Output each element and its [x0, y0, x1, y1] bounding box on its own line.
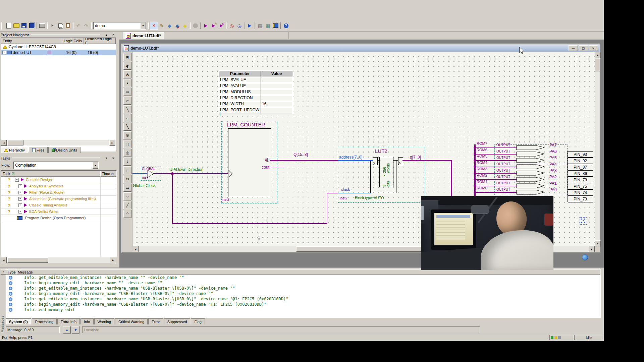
- wire-clock-branch-vertical[interactable]: [172, 174, 173, 224]
- tab-warning[interactable]: Warning: [94, 318, 115, 324]
- zoom-tool[interactable]: ⊙: [123, 131, 131, 139]
- orthogonal-bus-tool[interactable]: ⌐: [123, 114, 131, 122]
- message-row[interactable]: iInfo: end_memory_edit: [6, 307, 600, 312]
- oval-tool[interactable]: ○: [123, 192, 131, 200]
- bus-lut-output[interactable]: [402, 160, 451, 161]
- expand-icon[interactable]: +: [18, 203, 22, 207]
- navigator-pin-button[interactable]: ▲: [102, 33, 111, 38]
- pin-assignment-box[interactable]: PIN_73: [568, 196, 593, 202]
- flow-dropdown-button[interactable]: ▼: [93, 162, 98, 169]
- wire-clock-to-lut[interactable]: [327, 193, 338, 193]
- task-row-classic-timing[interactable]: ? + Classic Timing Analysis: [1, 202, 116, 208]
- task-row-compile-design[interactable]: ? − Compile Design: [1, 177, 116, 183]
- scroll-thumb[interactable]: [595, 59, 600, 71]
- redo-button[interactable]: ↷: [82, 22, 90, 29]
- message-row[interactable]: iInfo: begin_memory_edit -hardware_name …: [6, 291, 600, 296]
- save-button[interactable]: [20, 22, 28, 29]
- close-button[interactable]: ✕: [589, 45, 598, 51]
- wire-cout[interactable]: [270, 167, 284, 167]
- pin-assignment-box[interactable]: PIN_86: [568, 170, 593, 177]
- help-button[interactable]: ?: [282, 22, 290, 29]
- pin-assignment-box[interactable]: PIN_79: [568, 177, 593, 183]
- diagonal-node-tool[interactable]: ╲: [123, 105, 131, 113]
- output-pin-symbol[interactable]: [516, 152, 545, 157]
- expand-icon[interactable]: +: [18, 191, 22, 194]
- task-row-assembler[interactable]: ? + Assembler (Generate programming file…: [1, 196, 116, 202]
- tab-design-units[interactable]: Design Units: [48, 147, 80, 153]
- message-row[interactable]: iInfo: get_editable_mem_instances -hardw…: [6, 275, 600, 280]
- tab-files[interactable]: Files: [29, 147, 48, 153]
- parameter-table[interactable]: Parameter Value LPM_SVALUE LPM_AVALUE LP…: [219, 71, 293, 114]
- classic-timing-analysis-button[interactable]: ◷: [228, 22, 235, 29]
- previous-message-button[interactable]: ▲: [63, 326, 71, 334]
- scroll-left-button[interactable]: ◄: [1, 140, 7, 146]
- pin-assignment-box[interactable]: PIN_93: [568, 151, 593, 158]
- block-tool[interactable]: ▭: [123, 88, 131, 96]
- copy-button[interactable]: [56, 22, 64, 29]
- start-compilation-button[interactable]: [202, 22, 210, 29]
- editor-window-titlebar[interactable]: demo-LUT.bdf* — ▢ ✕: [122, 45, 599, 52]
- column-header-logic-cells[interactable]: Logic Cells: [62, 38, 84, 44]
- pin-planner-button[interactable]: ◆: [173, 22, 181, 29]
- tab-system[interactable]: System (9): [6, 318, 31, 324]
- cut-button[interactable]: ✂: [49, 22, 56, 29]
- scroll-right-button[interactable]: ►: [109, 140, 115, 146]
- rectangle-tool[interactable]: ▭: [123, 184, 131, 192]
- column-header-type[interactable]: Type: [6, 269, 16, 275]
- pin-assignment-box[interactable]: PIN_87: [568, 164, 593, 170]
- output-pin-symbol[interactable]: [516, 158, 545, 163]
- tasks-hscrollbar[interactable]: ◄ ►: [1, 257, 116, 263]
- task-row-fitter[interactable]: ? + Fitter (Place & Route): [1, 189, 116, 196]
- find-tool[interactable]: ◎: [123, 149, 131, 157]
- flow-selector[interactable]: Compilation ▼: [13, 162, 99, 169]
- column-header-entity[interactable]: Entity: [1, 38, 62, 44]
- output-pin-symbol[interactable]: [516, 164, 545, 169]
- scroll-left-button[interactable]: ◄: [1, 257, 7, 263]
- next-message-button[interactable]: ▼: [72, 326, 79, 334]
- tab-processing[interactable]: Processing: [32, 318, 57, 324]
- tab-hierarchy[interactable]: Hierarchy: [1, 147, 28, 153]
- assignment-editor-button[interactable]: ✎: [158, 22, 166, 29]
- wire-clock-to-counter[interactable]: [154, 173, 228, 174]
- output-pin-symbol[interactable]: [516, 190, 545, 195]
- fullscreen-tool[interactable]: ▢: [123, 140, 131, 148]
- task-row-eda-netlist[interactable]: ? + EDA Netlist Writer: [1, 208, 116, 215]
- rotate-tool[interactable]: ↻: [123, 175, 131, 183]
- output-pin-symbol[interactable]: [516, 145, 545, 150]
- diagonal-bus-tool[interactable]: ╲: [123, 123, 131, 131]
- toolbar-grip[interactable]: [1, 22, 3, 29]
- start-analysis-synthesis-button[interactable]: ✎: [210, 22, 217, 29]
- output-pin-symbol[interactable]: [516, 171, 545, 176]
- scroll-left-button[interactable]: ◄: [132, 246, 139, 252]
- scroll-thumb[interactable]: [296, 246, 423, 252]
- column-header-dedicated[interactable]: Dedicated Logic F: [84, 38, 116, 44]
- start-simulation-button[interactable]: [246, 22, 254, 29]
- column-header-task[interactable]: Task☑: [1, 171, 100, 177]
- compilation-report-button[interactable]: ▤: [256, 22, 264, 29]
- flip-horizontal-tool[interactable]: ↔: [123, 166, 131, 174]
- expand-icon[interactable]: +: [18, 210, 22, 214]
- tab-info[interactable]: Info: [80, 318, 93, 324]
- location-field[interactable]: Location:: [82, 326, 480, 333]
- undo-button[interactable]: ↶: [74, 22, 82, 29]
- task-row-program-device[interactable]: Program Device (Open Programmer): [1, 215, 116, 221]
- global-buffer-symbol[interactable]: [147, 170, 155, 178]
- pin-assignment-box[interactable]: PIN_75: [568, 183, 593, 189]
- bus-rom-spine[interactable]: [474, 144, 476, 198]
- wire-clock-branch-horizontal[interactable]: [172, 223, 327, 224]
- tab-error[interactable]: Error: [148, 318, 163, 324]
- settings-dialog-button[interactable]: ◆: [166, 22, 173, 29]
- wire-rom[interactable]: [475, 192, 517, 193]
- editor-vscrollbar[interactable]: ▲ ▼: [595, 52, 600, 246]
- message-row[interactable]: iInfo: begin_memory_edit -hardware_name …: [6, 302, 600, 307]
- scroll-down-button[interactable]: ▼: [595, 240, 601, 246]
- pin-assignment-box[interactable]: PIN_92: [568, 158, 593, 164]
- scroll-thumb[interactable]: [7, 140, 23, 145]
- bus-counter-q[interactable]: [270, 160, 338, 161]
- restore-button[interactable]: ▢: [579, 45, 588, 51]
- navigator-hscrollbar[interactable]: ◄ ►: [1, 140, 115, 145]
- tab-critical-warning[interactable]: Critical Warning: [115, 318, 148, 324]
- message-row[interactable]: iInfo: begin_memory_edit -hardware_name …: [6, 280, 600, 286]
- expand-icon[interactable]: +: [2, 51, 6, 54]
- timing-analyzer-tool-button[interactable]: ◶: [235, 22, 243, 29]
